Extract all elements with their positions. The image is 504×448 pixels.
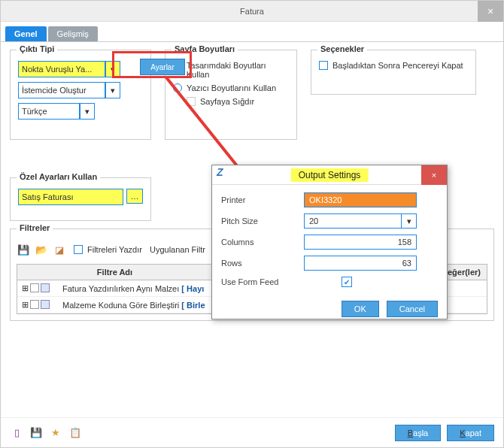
row-icon	[41, 300, 50, 309]
cell: Fatura Yazdırılırken Aynı Malzeı [ Hayı	[62, 284, 204, 293]
ozel-value[interactable]: Satış Faturası	[18, 189, 123, 205]
folder-icon[interactable]: 📂	[35, 243, 48, 256]
cancel-button[interactable]: Cancel	[387, 301, 438, 317]
output-settings-dialog: Z Output Settings × PrinterOKI3320 Pitch…	[211, 165, 448, 319]
row-icon	[41, 283, 50, 292]
cikti-select-3[interactable]: Türkçe	[18, 103, 80, 120]
checkbox-icon	[319, 61, 328, 70]
rows-label: Rows	[221, 259, 304, 268]
rows-input[interactable]: 63	[304, 256, 417, 271]
main-window: Fatura × Genel Gelişmiş Çıktı Tipi Nokta…	[0, 0, 504, 448]
tab-strip: Genel Gelişmiş	[1, 22, 503, 41]
pitch-select[interactable]: 20	[304, 213, 402, 229]
ellipsis-button[interactable]: …	[126, 189, 143, 204]
dialog-title: Output Settings	[291, 168, 369, 182]
window-title: Fatura	[240, 7, 264, 16]
legend: Sayfa Boyutları	[172, 44, 238, 53]
chevron-down-icon[interactable]: ▾	[105, 82, 120, 98]
footer: ▯ 💾 ★ 📋 BBaşlaaşla Kapat	[1, 417, 503, 447]
star-icon[interactable]: ★	[49, 426, 62, 440]
use-form-feed-label: Use Form Feed	[221, 277, 342, 286]
col-filtre-adi[interactable]: Filtre Adı	[17, 265, 213, 280]
radio-tasarim[interactable]: Tasarımdaki Boyutları Kullan	[173, 61, 289, 79]
legend: Filtreler	[17, 223, 53, 232]
chk-sayfaya-sigdir: Sayfaya Sığdır	[187, 97, 289, 106]
cikti-select-2[interactable]: İstemcide Oluştur	[18, 82, 105, 98]
row-icon	[30, 300, 39, 309]
legend: Seçenekler	[317, 44, 367, 53]
tab-gelismis[interactable]: Gelişmiş	[48, 26, 98, 41]
group-cikti-tipi: Çıktı Tipi Nokta Vuruşlu Ya...▾ İstemcid…	[10, 50, 151, 140]
chk-pencere-kapat[interactable]: Başladıktan Sonra Pencereyi Kapat	[319, 61, 468, 70]
use-form-feed-checkbox[interactable]: ✔	[342, 277, 352, 287]
doc-icon[interactable]: ▯	[10, 426, 23, 440]
save-icon[interactable]: 💾	[29, 426, 43, 440]
dialog-titlebar: Z Output Settings ×	[212, 165, 447, 185]
legend: Çıktı Tipi	[17, 44, 57, 53]
tab-genel[interactable]: Genel	[5, 26, 47, 41]
kapat-button[interactable]: Kapat	[447, 425, 494, 441]
chevron-down-icon[interactable]: ▾	[402, 213, 417, 229]
group-secenekler: Seçenekler Başladıktan Sonra Pencereyi K…	[311, 50, 476, 95]
close-icon[interactable]: ×	[478, 1, 503, 22]
columns-input[interactable]: 158	[304, 235, 417, 250]
erase-icon[interactable]: ◪	[53, 243, 66, 256]
printer-value[interactable]: OKI3320	[304, 192, 417, 207]
printer-label: Printer	[221, 195, 304, 204]
expand-icon[interactable]: ⊞	[22, 283, 29, 293]
save-icon[interactable]: 💾	[17, 243, 30, 256]
ok-button[interactable]: OK	[342, 301, 379, 317]
close-icon[interactable]: ×	[421, 165, 447, 185]
pitch-label: Pitch Size	[221, 216, 304, 226]
clipboard-icon[interactable]: 📋	[68, 426, 82, 440]
expand-icon[interactable]: ⊞	[22, 300, 29, 310]
columns-label: Columns	[221, 238, 304, 247]
titlebar: Fatura ×	[1, 1, 503, 22]
chk-filtreleri-yazdir[interactable]: Filtreleri Yazdır	[74, 245, 142, 254]
ayarlar-button[interactable]: Ayarlar	[140, 59, 185, 75]
uygulanan-label: Uygulanan Filtr	[150, 245, 205, 254]
checkbox-icon	[187, 97, 196, 106]
row-icon	[30, 283, 39, 292]
chevron-down-icon[interactable]: ▾	[105, 61, 120, 77]
group-ozel-ayarlari: Özel Ayarları Kullan Satış Faturası …	[10, 177, 151, 221]
radio-icon	[173, 83, 182, 92]
checkbox-icon	[74, 245, 83, 254]
basla-button[interactable]: BBaşlaaşla	[395, 425, 442, 441]
app-logo-icon: Z	[217, 166, 235, 184]
cell: Malzeme Koduna Göre Birleştiri [ Birle	[62, 301, 205, 310]
legend: Özel Ayarları Kullan	[17, 172, 100, 181]
cikti-select-1[interactable]: Nokta Vuruşlu Ya...	[18, 61, 105, 77]
radio-yazici[interactable]: Yazıcı Boyutlarını Kullan	[173, 83, 289, 92]
chevron-down-icon[interactable]: ▾	[80, 103, 95, 120]
